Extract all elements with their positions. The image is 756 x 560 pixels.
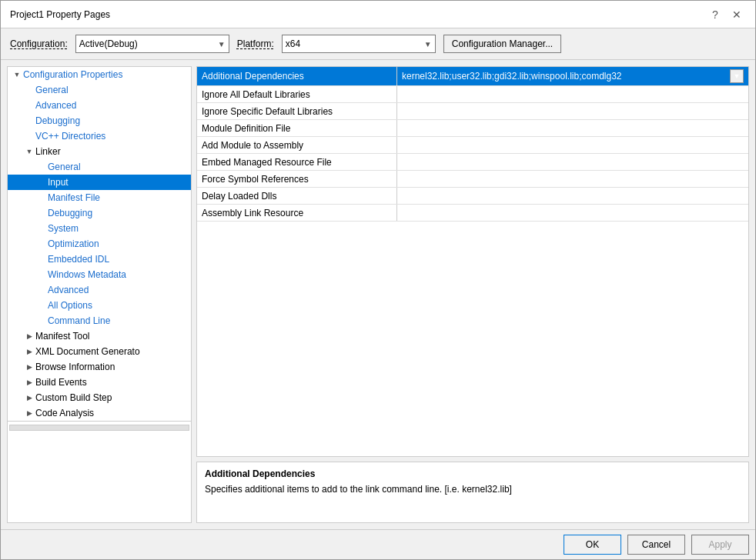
- tree-expand-linker-optimization: [35, 238, 48, 250]
- prop-name-additional-dependencies: Additional Dependencies: [197, 67, 397, 85]
- tree-item-linker-all-options[interactable]: All Options: [8, 298, 191, 313]
- tree-item-linker-optimization[interactable]: Optimization: [8, 236, 191, 252]
- config-dropdown-arrow: ▼: [218, 40, 226, 48]
- prop-name-force-symbol-references: Force Symbol References: [197, 171, 397, 187]
- description-panel: Additional Dependencies Specifies additi…: [196, 462, 749, 523]
- prop-row-add-module-to-assembly[interactable]: Add Module to Assembly: [197, 137, 748, 154]
- tree-expand-linker-input: [35, 176, 48, 188]
- help-button[interactable]: ?: [706, 7, 724, 22]
- tree-item-manifest-tool[interactable]: ▶Manifest Tool: [8, 328, 191, 344]
- tree-expand-config-properties: ▼: [11, 68, 23, 81]
- prop-row-embed-managed-resource-file[interactable]: Embed Managed Resource File: [197, 154, 748, 171]
- desc-title: Additional Dependencies: [205, 468, 741, 479]
- prop-row-force-symbol-references[interactable]: Force Symbol References: [197, 171, 748, 188]
- prop-name-delay-loaded-dlls: Delay Loaded Dlls: [197, 188, 397, 204]
- tree-expand-build-events: ▶: [23, 376, 35, 388]
- tree-item-linker-advanced[interactable]: Advanced: [8, 282, 191, 298]
- prop-value-module-definition-file: [397, 120, 748, 136]
- tree-label-vc-directories: VC++ Directories: [35, 131, 105, 142]
- platform-select[interactable]: x64 ▼: [282, 35, 436, 53]
- tree-expand-code-analysis: ▶: [23, 407, 35, 419]
- tree-expand-general: [23, 84, 35, 96]
- tree-item-general[interactable]: General: [8, 82, 191, 98]
- platform-value: x64: [286, 38, 300, 49]
- tree-item-linker[interactable]: ▼Linker: [8, 144, 191, 159]
- tree-expand-browse-information: ▶: [23, 361, 35, 373]
- prop-name-module-definition-file: Module Definition File: [197, 120, 397, 136]
- tree-item-linker-debugging[interactable]: Debugging: [8, 205, 191, 221]
- tree-expand-vc-directories: [23, 130, 35, 142]
- tree-item-advanced[interactable]: Advanced: [8, 98, 191, 113]
- cancel-button[interactable]: Cancel: [627, 535, 685, 555]
- tree-expand-linker-embedded-idl: [35, 253, 48, 265]
- tree-item-linker-general[interactable]: General: [8, 159, 191, 175]
- horizontal-scrollbar[interactable]: [9, 425, 189, 431]
- tree-panel: ▼Configuration PropertiesGeneralAdvanced…: [7, 66, 192, 523]
- close-button[interactable]: ✕: [728, 7, 746, 22]
- tree-expand-advanced: [23, 99, 35, 112]
- tree-item-vc-directories[interactable]: VC++ Directories: [8, 128, 191, 144]
- tree-item-xml-document-generator[interactable]: ▶XML Document Generato: [8, 344, 191, 359]
- prop-row-module-definition-file[interactable]: Module Definition File: [197, 120, 748, 137]
- scrollbar-area: [8, 421, 191, 433]
- tree-item-code-analysis[interactable]: ▶Code Analysis: [8, 405, 191, 421]
- tree-item-config-properties[interactable]: ▼Configuration Properties: [8, 67, 191, 82]
- prop-value-ignore-all-default-libs: [397, 86, 748, 102]
- tree-expand-linker: ▼: [23, 145, 35, 158]
- tree-expand-debugging: [23, 115, 35, 127]
- tree-label-config-properties: Configuration Properties: [23, 69, 122, 80]
- tree-expand-linker-all-options: [35, 299, 48, 312]
- config-manager-button[interactable]: Configuration Manager...: [443, 35, 561, 53]
- tree-label-manifest-tool: Manifest Tool: [35, 331, 89, 342]
- tree-expand-manifest-tool: ▶: [23, 330, 35, 342]
- main-content: ▼Configuration PropertiesGeneralAdvanced…: [1, 60, 755, 529]
- tree-item-linker-input[interactable]: Input: [8, 175, 191, 190]
- tree-expand-linker-general: [35, 161, 48, 173]
- tree-item-linker-embedded-idl[interactable]: Embedded IDL: [8, 252, 191, 267]
- tree-item-linker-windows-metadata[interactable]: Windows Metadata: [8, 267, 191, 282]
- prop-value-text-additional-dependencies: kernel32.lib;user32.lib;gdi32.lib;winspo…: [402, 71, 622, 82]
- tree-container: ▼Configuration PropertiesGeneralAdvanced…: [8, 67, 191, 421]
- tree-label-linker-input: Input: [48, 177, 69, 188]
- tree-expand-linker-debugging: [35, 207, 48, 219]
- tree-item-debugging[interactable]: Debugging: [8, 113, 191, 128]
- prop-row-delay-loaded-dlls[interactable]: Delay Loaded Dlls: [197, 188, 748, 205]
- config-select[interactable]: Active(Debug) ▼: [75, 35, 229, 53]
- prop-dropdown-btn-additional-dependencies[interactable]: ▼: [730, 69, 744, 83]
- prop-name-assembly-link-resource: Assembly Link Resource: [197, 205, 397, 221]
- tree-label-linker-manifest: Manifest File: [48, 192, 100, 203]
- tree-label-linker-general: General: [48, 162, 81, 172]
- prop-row-ignore-specific-default-libraries[interactable]: Ignore Specific Default Libraries: [197, 103, 748, 120]
- ok-button[interactable]: OK: [564, 535, 621, 555]
- tree-label-advanced: Advanced: [35, 100, 76, 111]
- properties-grid: Additional Dependencieskernel32.lib;user…: [196, 66, 749, 457]
- property-pages-dialog: Project1 Property Pages ? ✕ Configuratio…: [0, 0, 756, 560]
- tree-expand-xml-document-generator: ▶: [23, 345, 35, 358]
- tree-item-browse-information[interactable]: ▶Browse Information: [8, 359, 191, 375]
- tree-label-custom-build-step: Custom Build Step: [35, 392, 112, 403]
- prop-row-additional-dependencies[interactable]: Additional Dependencieskernel32.lib;user…: [197, 67, 748, 86]
- tree-item-build-events[interactable]: ▶Build Events: [8, 375, 191, 390]
- tree-expand-linker-advanced: [35, 284, 48, 296]
- prop-row-ignore-all-default-libs[interactable]: Ignore All Default Libraries: [197, 86, 748, 103]
- tree-label-linker-advanced: Advanced: [48, 285, 89, 295]
- tree-item-linker-system[interactable]: System: [8, 221, 191, 236]
- tree-label-browse-information: Browse Information: [35, 362, 115, 372]
- tree-item-linker-manifest[interactable]: Manifest File: [8, 190, 191, 205]
- props-container: Additional Dependencieskernel32.lib;user…: [197, 67, 748, 222]
- tree-label-linker-optimization: Optimization: [48, 238, 99, 249]
- config-row: Configuration: Active(Debug) ▼ Platform:…: [1, 28, 755, 60]
- tree-item-custom-build-step[interactable]: ▶Custom Build Step: [8, 390, 191, 405]
- tree-item-linker-command-line[interactable]: Command Line: [8, 313, 191, 328]
- prop-row-assembly-link-resource[interactable]: Assembly Link Resource: [197, 205, 748, 222]
- tree-label-debugging: Debugging: [35, 115, 80, 126]
- tree-expand-linker-command-line: [35, 315, 48, 327]
- apply-button[interactable]: Apply: [691, 535, 749, 555]
- prop-name-ignore-all-default-libs: Ignore All Default Libraries: [197, 86, 397, 102]
- tree-label-linker-all-options: All Options: [48, 300, 92, 311]
- config-value: Active(Debug): [79, 38, 138, 49]
- tree-label-linker-debugging: Debugging: [48, 208, 92, 218]
- prop-value-embed-managed-resource-file: [397, 154, 748, 170]
- tree-label-general: General: [35, 85, 69, 95]
- prop-value-ignore-specific-default-libraries: [397, 103, 748, 119]
